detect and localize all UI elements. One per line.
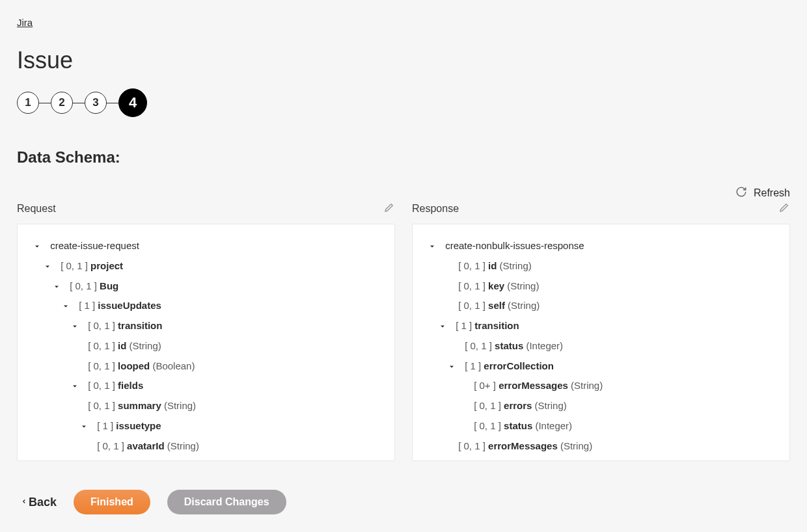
tree-leaf[interactable]: [ 0+ ] errorMessages (String) bbox=[427, 376, 775, 396]
tree-node[interactable]: [ 0, 1 ] fields bbox=[32, 376, 380, 396]
node-card: [ 0+ ] bbox=[474, 380, 496, 391]
node-type: (String) bbox=[560, 440, 592, 451]
tree-leaf[interactable]: [ 0, 1 ] errorMessages (String) bbox=[427, 436, 775, 457]
tree-node[interactable]: create-issue-request bbox=[32, 236, 380, 256]
tree-leaf[interactable]: [ 0, 1 ] id (String) bbox=[427, 256, 775, 276]
node-card: [ 0, 1 ] bbox=[70, 280, 97, 291]
step-4[interactable]: 4 bbox=[118, 88, 147, 117]
pencil-icon bbox=[778, 204, 790, 215]
node-card: [ 0, 1 ] bbox=[458, 280, 486, 291]
tree-leaf[interactable]: [ 0, 1 ] status (Integer) bbox=[427, 336, 775, 356]
tree-node[interactable]: [ 1 ] issueUpdates bbox=[32, 296, 380, 316]
tree-node[interactable]: [ 1 ] errorCollection bbox=[427, 356, 775, 377]
chevron-down-icon[interactable] bbox=[427, 241, 437, 252]
tree-node[interactable]: [ 1 ] issuetype bbox=[32, 416, 380, 436]
step-1[interactable]: 1 bbox=[17, 92, 39, 114]
node-card: [ 0, 1 ] bbox=[88, 320, 115, 331]
request-panel: create-issue-request [ 0, 1 ] project [ … bbox=[17, 224, 395, 461]
tree-node[interactable]: [ 0, 1 ] Bug bbox=[32, 276, 380, 297]
tree-node[interactable]: [ 0, 1 ] project bbox=[32, 256, 380, 276]
request-label: Request bbox=[17, 203, 56, 215]
refresh-icon bbox=[735, 186, 747, 200]
node-name: self bbox=[488, 300, 505, 311]
node-name: key bbox=[488, 280, 504, 291]
finished-button[interactable]: Finished bbox=[74, 490, 150, 514]
breadcrumb-jira[interactable]: Jira bbox=[17, 17, 33, 28]
chevron-down-icon[interactable] bbox=[61, 301, 71, 312]
node-card: [ 1 ] bbox=[79, 300, 95, 311]
request-tree: create-issue-request [ 0, 1 ] project [ … bbox=[32, 236, 380, 456]
tree-leaf[interactable]: [ 0, 1 ] id (String) bbox=[32, 336, 380, 356]
node-name: create-nonbulk-issues-response bbox=[445, 240, 584, 251]
node-name: errors bbox=[504, 400, 532, 411]
edit-response-button[interactable] bbox=[778, 202, 790, 216]
node-type: (String) bbox=[535, 400, 567, 411]
tree-leaf[interactable]: [ 0, 1 ] self (String) bbox=[427, 296, 775, 316]
node-card: [ 0, 1 ] bbox=[474, 420, 501, 431]
response-tree: create-nonbulk-issues-response [ 0, 1 ] … bbox=[427, 236, 775, 461]
tree-node[interactable]: [ 1 ] transition bbox=[427, 316, 775, 336]
back-label: Back bbox=[29, 496, 57, 509]
node-card: [ 0, 1 ] bbox=[97, 440, 124, 451]
node-name: errors bbox=[488, 460, 516, 461]
node-name: looped bbox=[118, 360, 150, 371]
node-card: [ 0, 1 ] bbox=[88, 400, 115, 411]
node-type: (String) bbox=[519, 460, 551, 461]
pencil-icon bbox=[383, 204, 395, 215]
step-line bbox=[107, 103, 118, 103]
request-column: Request create-issue-request [ 0, 1 ] pr… bbox=[17, 202, 395, 461]
chevron-down-icon[interactable] bbox=[42, 261, 53, 272]
step-2[interactable]: 2 bbox=[51, 92, 73, 114]
node-card: [ 0, 1 ] bbox=[61, 260, 88, 271]
tree-leaf[interactable]: [ 0, 1 ] errors (String) bbox=[427, 456, 775, 461]
section-title: Data Schema: bbox=[17, 148, 790, 166]
node-name: issueUpdates bbox=[98, 300, 161, 311]
tree-leaf[interactable]: [ 0, 1 ] summary (String) bbox=[32, 396, 380, 416]
node-name: errorMessages bbox=[488, 440, 558, 451]
node-type: (Integer) bbox=[526, 340, 563, 351]
chevron-left-icon bbox=[21, 496, 27, 509]
tree-node[interactable]: create-nonbulk-issues-response bbox=[427, 236, 775, 256]
response-label: Response bbox=[412, 203, 459, 215]
response-column: Response create-nonbulk-issues-response … bbox=[412, 202, 790, 461]
node-name: errorMessages bbox=[499, 380, 568, 391]
discard-changes-button[interactable]: Discard Changes bbox=[167, 490, 286, 514]
tree-node[interactable]: [ 0, 1 ] transition bbox=[32, 316, 380, 336]
node-type: (String) bbox=[508, 300, 540, 311]
chevron-down-icon[interactable] bbox=[70, 381, 80, 392]
node-card: [ 0, 1 ] bbox=[88, 360, 115, 371]
page-title: Issue bbox=[17, 47, 790, 74]
chevron-down-icon[interactable] bbox=[446, 362, 457, 372]
node-type: (String) bbox=[500, 260, 532, 271]
node-type: (Boolean) bbox=[152, 360, 195, 371]
tree-leaf[interactable]: [ 0, 1 ] key (String) bbox=[427, 276, 775, 297]
tree-leaf[interactable]: [ 0, 1 ] looped (Boolean) bbox=[32, 356, 380, 377]
node-name: summary bbox=[118, 400, 161, 411]
refresh-button[interactable]: Refresh bbox=[735, 186, 790, 200]
refresh-label: Refresh bbox=[754, 187, 790, 199]
node-type: (String) bbox=[571, 380, 603, 391]
chevron-down-icon[interactable] bbox=[51, 282, 62, 292]
tree-leaf[interactable]: [ 0, 1 ] avatarId (String) bbox=[32, 436, 380, 457]
tree-leaf[interactable]: [ 0, 1 ] errors (String) bbox=[427, 396, 775, 416]
node-card: [ 0, 1 ] bbox=[458, 440, 486, 451]
tree-leaf[interactable]: [ 0, 1 ] status (Integer) bbox=[427, 416, 775, 436]
edit-request-button[interactable] bbox=[383, 202, 395, 216]
node-name: status bbox=[495, 340, 523, 351]
chevron-down-icon[interactable] bbox=[32, 241, 42, 252]
chevron-down-icon[interactable] bbox=[79, 421, 89, 432]
node-type: (Integer) bbox=[535, 420, 572, 431]
node-name: avatarId bbox=[127, 440, 165, 451]
node-name: Bug bbox=[100, 280, 118, 291]
node-card: [ 0, 1 ] bbox=[458, 300, 486, 311]
chevron-down-icon[interactable] bbox=[437, 321, 448, 332]
node-card: [ 0, 1 ] bbox=[88, 380, 115, 391]
step-3[interactable]: 3 bbox=[85, 92, 107, 114]
back-button[interactable]: Back bbox=[21, 496, 57, 509]
chevron-down-icon[interactable] bbox=[70, 321, 80, 332]
node-card: [ 0, 1 ] bbox=[458, 460, 486, 461]
node-type: (String) bbox=[507, 280, 539, 291]
node-name: status bbox=[504, 420, 532, 431]
node-name: id bbox=[118, 340, 126, 351]
node-name: create-issue-request bbox=[50, 240, 139, 251]
